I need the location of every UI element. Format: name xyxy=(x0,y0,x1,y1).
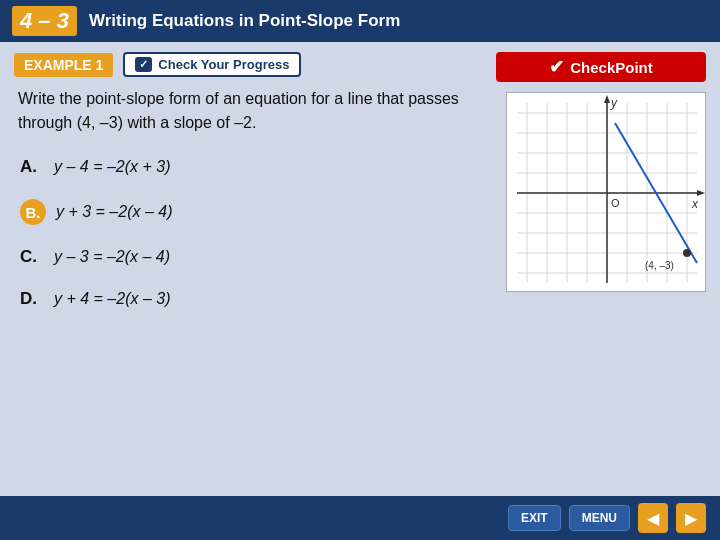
checkpoint-logo: ✔ CheckPoint xyxy=(496,52,706,82)
svg-marker-20 xyxy=(697,190,705,196)
option-b-label: B. xyxy=(20,199,46,225)
options-list: A. y – 4 = –2(x + 3) B. y + 3 = –2(x – 4… xyxy=(14,149,486,317)
svg-text:x: x xyxy=(691,197,699,211)
option-d-label: D. xyxy=(20,289,44,309)
question-text: Write the point-slope form of an equatio… xyxy=(14,87,486,135)
option-b[interactable]: B. y + 3 = –2(x – 4) xyxy=(14,191,486,233)
check-progress-button[interactable]: ✓ Check Your Progress xyxy=(123,52,301,77)
option-a[interactable]: A. y – 4 = –2(x + 3) xyxy=(14,149,486,185)
example-header: EXAMPLE 1 ✓ Check Your Progress xyxy=(14,52,486,77)
option-c-text: y – 3 = –2(x – 4) xyxy=(54,248,170,266)
check-icon: ✓ xyxy=(135,57,152,72)
option-b-text: y + 3 = –2(x – 4) xyxy=(56,203,173,221)
option-d[interactable]: D. y + 4 = –2(x – 3) xyxy=(14,281,486,317)
check-progress-label: Check Your Progress xyxy=(158,57,289,72)
example-badge: EXAMPLE 1 xyxy=(14,53,113,77)
svg-marker-21 xyxy=(604,95,610,103)
checkpoint-label: CheckPoint xyxy=(570,59,653,76)
right-panel: ✔ CheckPoint xyxy=(496,52,706,486)
page: 4 – 3 Writing Equations in Point-Slope F… xyxy=(0,0,720,540)
header-title: Writing Equations in Point-Slope Form xyxy=(89,11,400,31)
svg-text:(4, –3): (4, –3) xyxy=(645,260,674,271)
option-c-label: C. xyxy=(20,247,44,267)
main-content: EXAMPLE 1 ✓ Check Your Progress Write th… xyxy=(0,42,720,496)
svg-point-26 xyxy=(683,249,691,257)
lesson-badge: 4 – 3 xyxy=(12,6,77,36)
exit-button[interactable]: EXIT xyxy=(508,505,561,531)
prev-button[interactable]: ◀ xyxy=(638,503,668,533)
option-d-text: y + 4 = –2(x – 3) xyxy=(54,290,171,308)
header-bar: 4 – 3 Writing Equations in Point-Slope F… xyxy=(0,0,720,42)
option-a-label: A. xyxy=(20,157,44,177)
checkpoint-icon: ✔ xyxy=(549,56,564,78)
menu-button[interactable]: MENU xyxy=(569,505,630,531)
graph-container: x y O xyxy=(506,92,706,292)
next-button[interactable]: ▶ xyxy=(676,503,706,533)
graph-svg: x y O xyxy=(507,93,707,293)
option-a-text: y – 4 = –2(x + 3) xyxy=(54,158,171,176)
svg-text:O: O xyxy=(611,197,620,209)
footer-bar: EXIT MENU ◀ ▶ xyxy=(0,496,720,540)
left-panel: EXAMPLE 1 ✓ Check Your Progress Write th… xyxy=(14,52,486,486)
svg-text:y: y xyxy=(610,96,618,110)
option-c[interactable]: C. y – 3 = –2(x – 4) xyxy=(14,239,486,275)
